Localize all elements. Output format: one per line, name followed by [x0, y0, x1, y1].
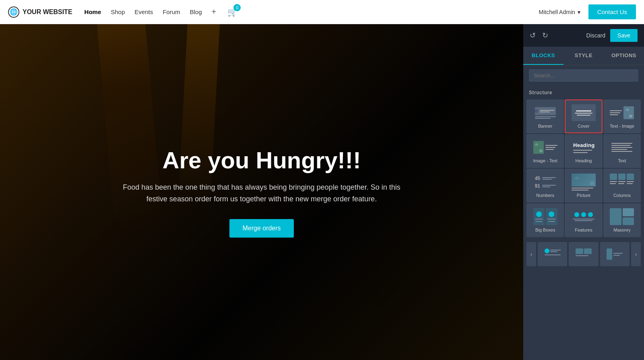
block-columns[interactable]: Columns: [603, 169, 641, 203]
nav-add-icon[interactable]: +: [212, 7, 217, 17]
navbar: 🌐 YOUR WEBSITE Home Shop Events Forum Bl…: [0, 0, 644, 24]
blocks-grid: Banner Cover: [523, 98, 644, 239]
scroll-right-button[interactable]: ›: [631, 242, 641, 266]
nav-links: Home Shop Events Forum Blog + 🛒 0: [85, 7, 539, 17]
redo-icon[interactable]: ↻: [542, 31, 548, 40]
block-masonry[interactable]: Masonry: [603, 203, 641, 237]
nav-events[interactable]: Events: [134, 8, 153, 15]
site-logo[interactable]: 🌐 YOUR WEBSITE: [8, 6, 72, 18]
features-icon: [572, 208, 596, 225]
sidebar-search: [523, 65, 644, 86]
heading-label: Heading: [576, 158, 592, 163]
logo-text: YOUR WEBSITE: [23, 8, 72, 16]
block-heading[interactable]: Heading Heading: [565, 134, 602, 168]
hero-subtitle: Food has been the one thing that has alw…: [117, 182, 407, 205]
columns-icon: [610, 174, 634, 190]
block-image-text[interactable]: Image - Text: [526, 134, 564, 168]
nav-shop[interactable]: Shop: [111, 8, 125, 15]
cover-icon: [572, 104, 596, 121]
block-picture[interactable]: Picture: [565, 169, 602, 203]
undo-icon[interactable]: ↺: [530, 31, 536, 40]
banner-label: Banner: [538, 124, 552, 128]
nav-home[interactable]: Home: [85, 8, 101, 15]
scroll-left-button[interactable]: ‹: [526, 242, 536, 266]
image-text-label: Image - Text: [533, 158, 557, 163]
picture-label: Picture: [577, 193, 590, 198]
tab-style[interactable]: STYLE: [564, 47, 604, 65]
structure-label: Structure: [523, 86, 644, 98]
text-only-icon: [610, 139, 634, 156]
sidebar-toolbar: ↺ ↻ Discard Save: [523, 24, 644, 47]
toolbar-icons: ↺ ↻: [530, 31, 548, 40]
tab-blocks[interactable]: BLOCKS: [523, 47, 564, 65]
big-boxes-label: Big Boxes: [535, 228, 555, 232]
user-menu[interactable]: Mitchell Admin ▾: [539, 9, 580, 15]
columns-label: Columns: [613, 193, 631, 198]
numbers-label: Numbers: [536, 193, 554, 198]
masonry-icon: [610, 208, 634, 225]
text-image-label: Text - Image: [610, 124, 634, 128]
nav-cart[interactable]: 🛒 0: [227, 7, 237, 17]
image-text-icon: [533, 139, 557, 156]
scroll-item-3-icon: [607, 248, 623, 260]
scroll-item-3[interactable]: [600, 242, 630, 266]
block-features[interactable]: Features: [565, 203, 602, 237]
hero-title: Are you Hungry!!!: [117, 147, 407, 174]
bottom-scroll-row: ‹: [523, 240, 644, 268]
text-image-icon: [610, 104, 634, 121]
cover-label: Cover: [578, 124, 589, 128]
features-label: Features: [575, 228, 592, 232]
block-banner[interactable]: Banner: [526, 99, 564, 133]
merge-orders-button[interactable]: Merge orders: [229, 219, 293, 238]
banner-icon: [533, 104, 557, 121]
scroll-item-2[interactable]: [569, 242, 598, 266]
search-input[interactable]: [529, 69, 638, 82]
hero-content: Are you Hungry!!! Food has been the one …: [109, 139, 415, 246]
scroll-item-1[interactable]: [538, 242, 567, 266]
nav-forum[interactable]: Forum: [163, 8, 180, 15]
sidebar: ↺ ↻ Discard Save BLOCKS STYLE OPTIONS St…: [523, 24, 644, 360]
cart-badge: 0: [233, 4, 241, 11]
block-cover[interactable]: Cover: [565, 99, 602, 133]
logo-icon: 🌐: [8, 6, 19, 18]
numbers-icon: 45 91: [533, 174, 557, 190]
scroll-item-1-icon: [545, 248, 561, 260]
block-numbers[interactable]: 45 91: [526, 169, 564, 203]
save-button[interactable]: Save: [610, 29, 638, 42]
user-label: Mitchell Admin: [539, 9, 575, 15]
hero-section: Are you Hungry!!! Food has been the one …: [0, 24, 523, 360]
scroll-item-2-icon: [576, 248, 592, 260]
contact-button[interactable]: Contact Us: [588, 4, 636, 19]
block-text-image[interactable]: Text - Image: [603, 99, 641, 133]
big-boxes-icon: [533, 208, 557, 225]
sidebar-tabs: BLOCKS STYLE OPTIONS: [523, 47, 644, 65]
toolbar-actions: Discard Save: [586, 29, 638, 42]
chevron-down-icon: ▾: [578, 9, 580, 15]
main-area: Are you Hungry!!! Food has been the one …: [0, 24, 644, 360]
heading-icon: Heading: [572, 139, 596, 156]
picture-icon: [572, 174, 596, 190]
scroll-items: [538, 242, 630, 266]
text-label: Text: [618, 158, 626, 163]
block-big-boxes[interactable]: Big Boxes: [526, 203, 564, 237]
nav-blog[interactable]: Blog: [190, 8, 202, 15]
block-text[interactable]: Text: [603, 134, 641, 168]
discard-button[interactable]: Discard: [586, 32, 605, 39]
masonry-label: Masonry: [613, 228, 630, 232]
tab-options[interactable]: OPTIONS: [604, 47, 644, 65]
